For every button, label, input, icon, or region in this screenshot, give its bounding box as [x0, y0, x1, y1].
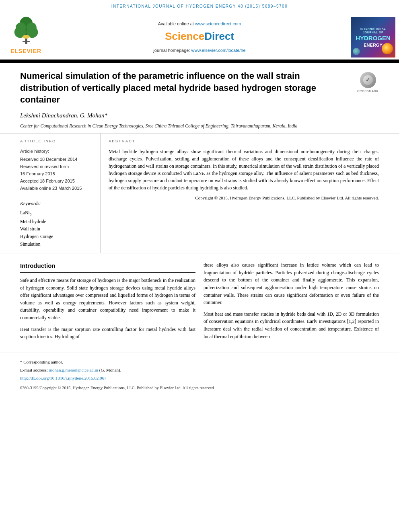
brand-science: Science	[165, 30, 204, 42]
crossmark-inner: ✓	[363, 75, 373, 85]
article-title: Numerical simulation of the parametric i…	[20, 70, 349, 106]
keyword-metal-hydride: Metal hydride	[20, 218, 95, 225]
abstract-text: Metal hydride hydrogen storage alloys sh…	[109, 148, 379, 201]
journal-cover-area: International Journal of HYDROGEN ENERGY	[347, 15, 399, 60]
body-content: Introduction Safe and effective means fo…	[0, 253, 399, 353]
abstract-column: ABSTRACT Metal hydride hydrogen storage …	[109, 134, 379, 253]
authors: Lekshmi Dinachandran, G. Mohan*	[20, 111, 349, 120]
right-para-2: Most heat and mass transfer studies in h…	[204, 310, 379, 340]
footer: * Corresponding author. E-mail address: …	[0, 353, 399, 395]
intro-para-2: Heat transfer is the major sorption rate…	[20, 326, 195, 341]
email-footnote: E-mail address: mohan.g.menon@ctce.ac.in…	[20, 367, 379, 374]
journal-homepage: journal homepage: www.elsevier.com/locat…	[153, 47, 245, 54]
crossmark-badge: ✓ CrossMark	[357, 72, 379, 94]
journal-bar: INTERNATIONAL JOURNAL OF HYDROGEN ENERGY…	[0, 0, 399, 11]
affiliation: Center for Computational Research in Cle…	[20, 123, 349, 129]
keyword-lani5: LaNi5	[20, 210, 95, 217]
sciencedirect-area: Available online at www.sciencedirect.co…	[52, 15, 347, 60]
abstract-label: ABSTRACT	[109, 138, 379, 144]
sciencedirect-brand: ScienceDirect	[165, 29, 234, 44]
journal-homepage-link[interactable]: www.elsevier.com/locate/he	[191, 48, 246, 53]
available-online-link[interactable]: www.sciencedirect.com	[195, 21, 241, 26]
article-info-abstract-section: ARTICLE INFO Article history: Received 1…	[0, 134, 399, 254]
svg-point-6	[16, 23, 26, 33]
doi-footnote: http://dx.doi.org/10.1016/j.ijhydene.201…	[20, 375, 379, 382]
footer-copyright: 0360-3199/Copyright © 2015, Hydrogen Ene…	[20, 385, 379, 391]
crossmark-label: CrossMark	[357, 89, 378, 94]
intro-para-1: Safe and effective means for storage of …	[20, 277, 195, 322]
abstract-paragraph: Metal hydride hydrogen storage alloys sh…	[109, 148, 379, 191]
article-title-section: Numerical simulation of the parametric i…	[0, 63, 399, 134]
article-title-text-area: Numerical simulation of the parametric i…	[20, 70, 349, 129]
journal-citation: INTERNATIONAL JOURNAL OF HYDROGEN ENERGY…	[111, 4, 288, 8]
article-history: Article history: Received 18 December 20…	[20, 148, 95, 192]
abstract-copyright: Copyright © 2015, Hydrogen Energy Public…	[109, 195, 379, 201]
introduction-heading: Introduction	[20, 261, 195, 273]
history-label: Article history:	[20, 148, 95, 155]
keyword-simulation: Simulation	[20, 241, 95, 248]
page-header: ELSEVIER Available online at www.science…	[0, 11, 399, 60]
available-online-text: Available online at www.sciencedirect.co…	[158, 21, 241, 27]
keywords-label: Keywords:	[20, 200, 95, 207]
article-info-label: ARTICLE INFO	[20, 138, 95, 144]
crossmark-circle: ✓	[360, 72, 376, 88]
svg-point-8	[23, 35, 30, 39]
elsevier-tree-icon	[10, 15, 42, 45]
doi-link[interactable]: http://dx.doi.org/10.1016/j.ijhydene.201…	[20, 376, 107, 380]
article-info-column: ARTICLE INFO Article history: Received 1…	[20, 134, 101, 253]
email-link[interactable]: mohan.g.menon@ctce.ac.in	[49, 368, 98, 372]
keyword-hydrogen-storage: Hydrogen storage	[20, 233, 95, 240]
history-divider	[20, 196, 95, 196]
elsevier-label: ELSEVIER	[10, 47, 41, 55]
right-para-1: these alloys also causes significant inc…	[204, 261, 379, 306]
revised-date: 16 February 2015	[20, 171, 95, 177]
svg-rect-1	[23, 41, 30, 42]
accepted-date: Accepted 18 February 2015	[20, 178, 95, 185]
svg-point-7	[26, 23, 36, 33]
received-revised-label: Received in revised form	[20, 164, 95, 170]
corresponding-author-note: * Corresponding author.	[20, 359, 379, 366]
intro-continuation-column: these alloys also causes significant inc…	[204, 261, 379, 345]
available-online-date: Available online 23 March 2015	[20, 185, 95, 192]
keyword-wall-strain: Wall strain	[20, 226, 95, 232]
received-date: Received 18 December 2014	[20, 156, 95, 163]
introduction-column: Introduction Safe and effective means fo…	[20, 261, 195, 345]
elsevier-logo-area: ELSEVIER	[0, 15, 52, 60]
brand-direct: Direct	[204, 30, 234, 42]
journal-cover-image: International Journal of HYDROGEN ENERGY	[351, 17, 395, 58]
keywords-section: Keywords: LaNi5 Metal hydride Wall strai…	[20, 200, 95, 247]
